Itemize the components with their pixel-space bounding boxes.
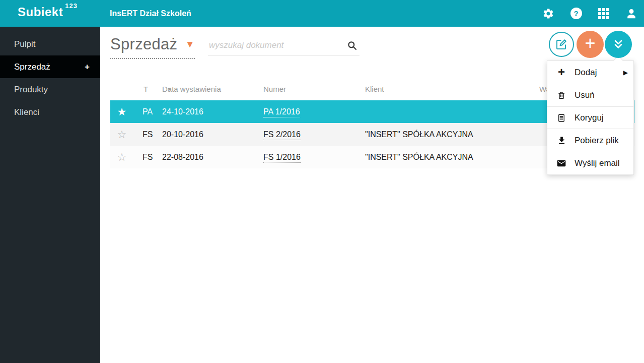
help-question-glyph: ?	[570, 8, 582, 19]
double-chevron-down-icon	[612, 38, 625, 51]
edit-document-button[interactable]	[549, 32, 574, 57]
help-icon[interactable]: ?	[569, 7, 583, 20]
sidebar-item-klienci[interactable]: Klienci	[0, 101, 100, 124]
menu-item-pobierz-plik[interactable]: Pobierz plik	[547, 129, 633, 152]
cell-issue-date: 24-10-2016	[162, 100, 203, 123]
sidebar-item-produkty[interactable]: Produkty	[0, 78, 100, 101]
apps-grid-icon[interactable]	[597, 7, 610, 20]
cell-client: "INSERT" SPÓŁKA AKCYJNA	[365, 146, 473, 168]
page-title: Sprzedaż	[110, 35, 177, 53]
search-input[interactable]	[208, 37, 360, 55]
sidebar: Pulpit Sprzedaż + Produkty Klienci	[0, 27, 100, 363]
expand-plus-icon[interactable]: +	[85, 55, 90, 78]
logo-text: Subiekt	[18, 5, 63, 19]
submenu-arrow-icon: ▶	[623, 69, 628, 76]
topbar-icons: ?	[542, 0, 638, 27]
page-title-dropdown[interactable]: Sprzedaż ▼	[110, 35, 195, 59]
logo-sup: 123	[65, 2, 78, 10]
doc-number-link[interactable]: FS 2/2016	[263, 123, 301, 146]
edit-pencil-icon	[555, 38, 567, 50]
star-outline-icon[interactable]: ☆	[115, 123, 128, 146]
doc-number-link[interactable]: FS 1/2016	[263, 146, 301, 168]
column-header-client: Klient	[365, 78, 384, 100]
app-logo[interactable]: Subiekt123	[18, 5, 78, 19]
cell-client: "INSERT" SPÓŁKA AKCYJNA	[365, 123, 473, 146]
envelope-icon	[556, 158, 567, 168]
company-name: InsERT Dział Szkoleń	[110, 9, 191, 18]
sidebar-item-label: Produkty	[14, 85, 48, 94]
column-header-number: Numer	[263, 78, 286, 100]
document-icon	[556, 113, 567, 123]
app-root: Subiekt123 InsERT Dział Szkoleń ? Pulpit…	[0, 0, 644, 363]
menu-item-label: Usuń	[575, 90, 595, 100]
settings-gear-icon[interactable]	[542, 7, 555, 20]
search-icon[interactable]	[347, 40, 357, 53]
star-outline-icon[interactable]: ☆	[115, 146, 128, 168]
actions-dropdown-menu: + Dodaj ▶ Usuń Koryguj Pobierz plik	[547, 60, 634, 175]
menu-item-label: Dodaj	[575, 68, 597, 78]
menu-item-dodaj[interactable]: + Dodaj ▶	[547, 61, 633, 84]
sidebar-item-label: Pulpit	[14, 39, 36, 49]
menu-item-label: Wyślij email	[575, 158, 620, 168]
trash-icon	[556, 91, 567, 100]
cell-doc-type: FS	[142, 146, 153, 168]
star-filled-icon[interactable]: ★	[115, 100, 128, 123]
cell-issue-date: 22-08-2016	[162, 146, 203, 168]
sidebar-item-label: Sprzedaż	[14, 62, 50, 72]
title-caret-icon: ▼	[185, 39, 195, 49]
menu-item-usun[interactable]: Usuń	[547, 84, 633, 106]
column-header-type: T	[144, 78, 148, 100]
user-profile-icon[interactable]	[625, 7, 638, 20]
menu-item-koryguj[interactable]: Koryguj	[547, 106, 633, 129]
sidebar-item-pulpit[interactable]: Pulpit	[0, 33, 100, 55]
download-icon	[556, 136, 567, 145]
menu-item-wyslij-email[interactable]: Wyślij email	[547, 152, 633, 174]
doc-number-link[interactable]: PA 1/2016	[263, 100, 300, 123]
menu-item-label: Pobierz plik	[575, 136, 619, 146]
search-box	[208, 37, 360, 55]
sidebar-item-sprzedaz[interactable]: Sprzedaż +	[0, 55, 100, 78]
add-document-button[interactable]: +	[577, 31, 604, 58]
more-actions-button[interactable]	[605, 31, 632, 58]
topbar: Subiekt123 InsERT Dział Szkoleń ?	[0, 0, 644, 27]
cell-doc-type: FS	[142, 123, 153, 146]
sidebar-item-label: Klienci	[14, 107, 39, 117]
cell-doc-type: PA	[142, 100, 153, 123]
cell-issue-date: 20-10-2016	[162, 123, 203, 146]
sort-caret-icon: ▼	[167, 78, 172, 100]
menu-item-label: Koryguj	[575, 113, 604, 123]
